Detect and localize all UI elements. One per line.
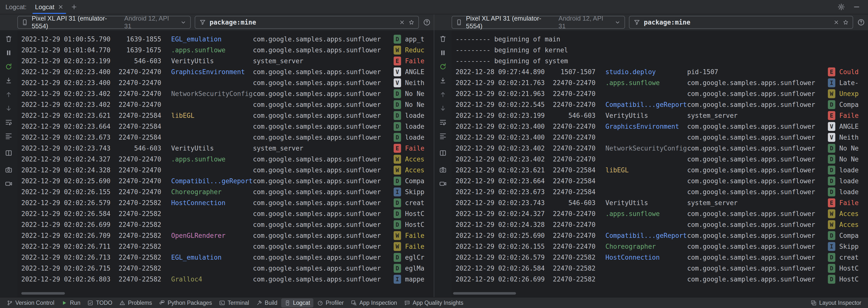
log-row[interactable]: 2022-12-29 02:02:21.96322470-22470com.go… xyxy=(456,88,868,99)
soft-wrap-icon[interactable] xyxy=(437,117,448,128)
log-row[interactable]: 2022-12-29 02:02:23.40022470-22470Graphi… xyxy=(456,121,868,132)
status-item-problems[interactable]: Problems xyxy=(116,298,155,308)
log-row[interactable]: 2022-12-29 02:02:26.69922470-22582com.go… xyxy=(21,219,434,230)
log-row[interactable]: 2022-12-29 02:02:23.40222470-22470com.go… xyxy=(21,99,434,110)
log-row[interactable]: 2022-12-29 02:02:26.15522470-22470Choreo… xyxy=(21,187,434,197)
log-row[interactable]: 2022-12-29 02:02:23.40022470-22470com.go… xyxy=(456,132,868,143)
clear-filter-icon[interactable] xyxy=(399,19,405,25)
log-row[interactable]: --------- beginning of system xyxy=(456,56,868,66)
log-row[interactable]: 2022-12-29 02:02:23.199546-603VerityUtil… xyxy=(456,110,868,121)
split-panels-icon[interactable] xyxy=(437,148,448,158)
new-tab-icon[interactable] xyxy=(71,3,78,10)
device-selector[interactable]: Pixel XL API 31 (emulator-5554) Android … xyxy=(17,16,191,29)
log-row[interactable]: 2022-12-29 02:02:23.40022470-22470Graphi… xyxy=(21,66,434,77)
screen-record-icon[interactable] xyxy=(437,178,448,189)
filter-input[interactable]: package:mine xyxy=(629,16,853,29)
screenshot-icon[interactable] xyxy=(3,165,14,175)
scrollbar-thumb[interactable] xyxy=(21,292,65,295)
formatting-options-icon[interactable] xyxy=(437,131,448,141)
log-row[interactable]: 2022-12-29 02:02:25.69022470-22470Compat… xyxy=(21,175,434,187)
hide-tool-window-icon[interactable] xyxy=(852,3,861,11)
log-row[interactable]: 2022-12-29 02:02:23.62122470-22584libEGL… xyxy=(456,165,868,175)
scroll-to-end-icon[interactable] xyxy=(3,75,14,86)
log-row[interactable]: 2022-12-29 02:02:26.58422470-22582com.go… xyxy=(21,208,434,219)
status-item-app-inspection[interactable]: App Inspection xyxy=(347,298,400,308)
log-row[interactable]: 2022-12-28 09:27:44.8901507-1507studio.d… xyxy=(456,66,868,77)
next-occurrence-icon[interactable] xyxy=(3,103,14,114)
log-row[interactable]: 2022-12-29 02:02:26.69922470-22582com.go… xyxy=(456,274,868,285)
log-row[interactable]: 2022-12-29 02:02:26.57922470-22582HostCo… xyxy=(21,197,434,208)
formatting-options-icon[interactable] xyxy=(3,131,14,141)
horizontal-scrollbar[interactable] xyxy=(452,292,868,295)
status-item-app-quality-insights[interactable]: App Quality Insights xyxy=(401,298,467,308)
log-row[interactable]: 2022-12-29 02:02:26.71522470-22582com.go… xyxy=(21,263,434,274)
log-row[interactable]: 2022-12-29 02:02:23.62122470-22584libEGL… xyxy=(21,110,434,121)
status-item-profiler[interactable]: Profiler xyxy=(314,298,347,308)
pause-logcat-icon[interactable] xyxy=(3,48,14,58)
horizontal-scrollbar[interactable] xyxy=(17,292,434,295)
log-row[interactable]: 2022-12-29 02:02:26.58422470-22582com.go… xyxy=(456,263,868,274)
help-icon[interactable] xyxy=(857,18,865,26)
status-item-todo[interactable]: TODO xyxy=(84,298,116,308)
log-row[interactable]: 2022-12-29 02:02:23.743546-603VerityUtil… xyxy=(21,143,434,154)
tab-logcat[interactable]: Logcat xyxy=(30,0,68,14)
screen-record-icon[interactable] xyxy=(3,178,14,189)
log-row[interactable]: 2022-12-29 02:02:23.199546-603VerityUtil… xyxy=(21,56,434,66)
log-row[interactable]: 2022-12-29 02:02:26.57922470-22582HostCo… xyxy=(456,252,868,263)
status-item-build[interactable]: Build xyxy=(253,298,281,308)
restart-logcat-icon[interactable] xyxy=(3,61,14,72)
log-row[interactable]: 2022-12-29 02:02:22.54522470-22470Compat… xyxy=(456,99,868,110)
status-item-run[interactable]: Run xyxy=(58,298,84,308)
split-panels-icon[interactable] xyxy=(3,148,14,158)
clear-logcat-icon[interactable] xyxy=(437,34,448,44)
log-row[interactable]: 2022-12-29 02:02:24.32722470-22470.apps.… xyxy=(21,154,434,165)
previous-occurrence-icon[interactable] xyxy=(3,89,14,100)
log-row[interactable]: 2022-12-29 02:02:23.40222470-22470Networ… xyxy=(21,88,434,99)
log-row[interactable]: 2022-12-29 02:02:24.32722470-22470.apps.… xyxy=(456,208,868,219)
help-icon[interactable] xyxy=(423,18,431,26)
scroll-to-end-icon[interactable] xyxy=(437,75,448,86)
close-tab-icon[interactable] xyxy=(58,4,64,10)
favorite-filter-icon[interactable] xyxy=(408,19,414,25)
scrollbar-thumb[interactable] xyxy=(453,292,516,295)
log-row[interactable]: 2022-12-29 02:02:23.40222470-22470Networ… xyxy=(456,143,868,154)
log-row[interactable]: 2022-12-29 02:02:23.66422470-22584com.go… xyxy=(21,121,434,132)
pause-logcat-icon[interactable] xyxy=(437,48,448,58)
clear-filter-icon[interactable] xyxy=(833,19,839,25)
log-row[interactable]: --------- beginning of main xyxy=(456,34,868,45)
log-row[interactable]: 2022-12-29 02:02:23.40022470-22470com.go… xyxy=(21,77,434,88)
status-item-terminal[interactable]: Terminal xyxy=(216,298,252,308)
log-row[interactable]: 2022-12-29 02:02:23.66422470-22584com.go… xyxy=(456,175,868,187)
screenshot-icon[interactable] xyxy=(437,165,448,175)
log-row[interactable]: 2022-12-29 02:02:24.32822470-22470com.go… xyxy=(456,219,868,230)
status-item-logcat[interactable]: Logcat xyxy=(281,298,313,308)
previous-occurrence-icon[interactable] xyxy=(437,89,448,100)
status-item-layout-inspector[interactable]: Layout Inspector xyxy=(807,298,865,308)
filter-input[interactable]: package:mine xyxy=(195,16,419,29)
log-row[interactable]: 2022-12-29 02:02:26.70922470-22582OpenGL… xyxy=(21,230,434,241)
log-row[interactable]: 2022-12-29 02:02:23.743546-603VerityUtil… xyxy=(456,197,868,208)
status-item-python-packages[interactable]: Python Packages xyxy=(156,298,215,308)
log-row[interactable]: 2022-12-29 02:02:26.71122470-22582com.go… xyxy=(21,241,434,252)
log-row[interactable]: 2022-12-29 02:02:26.80322470-22582Grallo… xyxy=(21,274,434,285)
gear-icon[interactable] xyxy=(837,3,845,11)
log-row[interactable]: 2022-12-29 02:02:21.76322470-22470.apps.… xyxy=(456,77,868,88)
log-row[interactable]: 2022-12-29 02:02:26.71322470-22582EGL_em… xyxy=(21,252,434,263)
log-row[interactable]: 2022-12-29 02:02:25.69022470-22470Compat… xyxy=(456,230,868,241)
log-area[interactable]: --------- beginning of main--------- beg… xyxy=(452,30,868,297)
soft-wrap-icon[interactable] xyxy=(3,117,14,128)
next-occurrence-icon[interactable] xyxy=(437,103,448,114)
device-selector[interactable]: Pixel XL API 31 (emulator-5554) Android … xyxy=(452,16,625,29)
clear-logcat-icon[interactable] xyxy=(3,34,14,44)
restart-logcat-icon[interactable] xyxy=(437,61,448,72)
log-row[interactable]: 2022-12-29 01:01:04.7701639-1675.apps.su… xyxy=(21,45,434,56)
log-row[interactable]: 2022-12-29 02:02:23.40222470-22470com.go… xyxy=(456,154,868,165)
log-row[interactable]: 2022-12-29 02:02:23.67322470-22584com.go… xyxy=(21,132,434,143)
log-row[interactable]: 2022-12-29 02:02:26.15522470-22470Choreo… xyxy=(456,241,868,252)
log-area[interactable]: 2022-12-29 01:00:55.7901639-1855EGL_emul… xyxy=(17,30,434,297)
favorite-filter-icon[interactable] xyxy=(843,19,849,25)
log-row[interactable]: 2022-12-29 02:02:24.32822470-22470com.go… xyxy=(21,165,434,175)
log-row[interactable]: --------- beginning of kernel xyxy=(456,45,868,56)
log-row[interactable]: 2022-12-29 02:02:23.67322470-22584com.go… xyxy=(456,187,868,197)
status-item-version-control[interactable]: Version Control xyxy=(3,298,58,308)
